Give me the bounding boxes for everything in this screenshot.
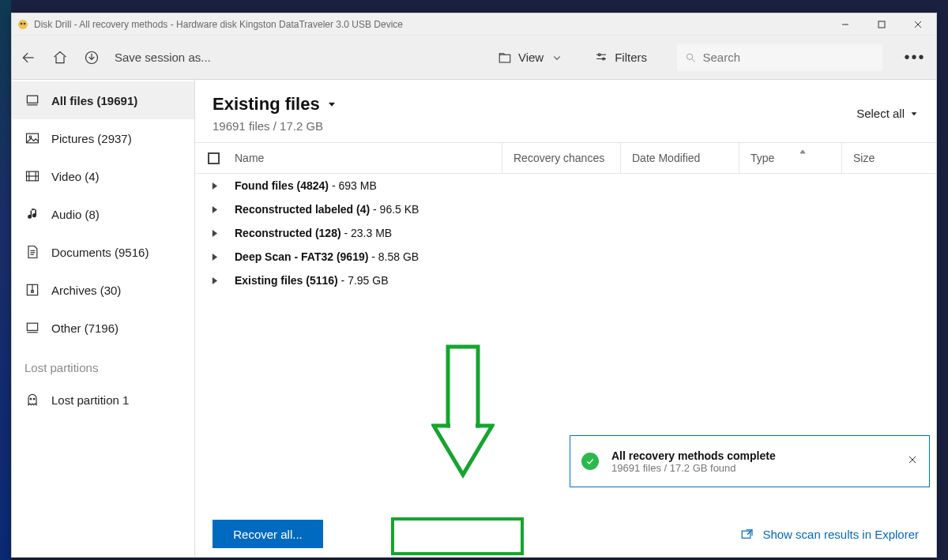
- main-panel: Existing files 19691 files / 17.2 GB Sel…: [195, 80, 936, 557]
- main-header: Existing files 19691 files / 17.2 GB Sel…: [195, 80, 936, 142]
- svg-point-0: [18, 20, 28, 29]
- document-icon: [24, 244, 40, 260]
- svg-point-1: [21, 22, 23, 24]
- chevron-down-icon: [550, 51, 564, 65]
- save-session-icon[interactable]: [83, 49, 100, 66]
- svg-point-2: [24, 22, 26, 24]
- sidebar-heading-lost-partitions: Lost partitions: [12, 347, 194, 381]
- expand-icon[interactable]: [206, 205, 222, 214]
- sidebar-item-documents[interactable]: Documents (9516): [12, 233, 194, 271]
- image-icon: [24, 130, 40, 146]
- chevron-down-icon: [326, 99, 337, 110]
- svg-rect-50: [450, 421, 476, 429]
- svg-marker-49: [434, 426, 492, 475]
- view-label: View: [518, 51, 544, 64]
- table-header: Name Recovery chances Date Modified Type…: [195, 142, 936, 174]
- svg-rect-32: [27, 323, 37, 330]
- open-external-icon: [740, 527, 754, 541]
- sidebar-item-label: Video (4): [51, 170, 100, 183]
- main-title-dropdown[interactable]: Existing files: [213, 94, 856, 115]
- table-row[interactable]: Reconstructed (128) - 23.3 MB: [195, 221, 936, 245]
- svg-rect-46: [743, 531, 751, 538]
- back-button[interactable]: [20, 49, 37, 66]
- svg-rect-48: [448, 347, 478, 426]
- column-recovery-chances[interactable]: Recovery chances: [502, 143, 620, 173]
- search-icon: [685, 51, 697, 64]
- more-menu[interactable]: •••: [901, 48, 928, 66]
- table-row[interactable]: Deep Scan - FAT32 (9619) - 8.58 GB: [195, 245, 936, 269]
- bottom-bar: Recover all... Show scan results in Expl…: [195, 511, 936, 557]
- svg-rect-18: [27, 96, 37, 103]
- table-row[interactable]: Found files (4824) - 693 MB: [195, 174, 936, 197]
- titlebar: Disk Drill - All recovery methods - Hard…: [12, 13, 936, 36]
- table-row[interactable]: Reconstructed labeled (4) - 96.5 KB: [195, 197, 936, 221]
- minimize-button[interactable]: [827, 13, 863, 35]
- annotation-arrow-icon: [431, 344, 495, 502]
- status-toast: All recovery methods complete 19691 file…: [570, 435, 930, 487]
- expand-icon[interactable]: [206, 276, 222, 285]
- table-row[interactable]: Existing files (5116) - 7.95 GB: [195, 269, 936, 292]
- column-size[interactable]: Size: [841, 143, 936, 173]
- svg-rect-10: [499, 54, 510, 62]
- save-session-button[interactable]: Save session as...: [115, 51, 211, 64]
- svg-marker-42: [212, 254, 216, 261]
- chevron-down-icon: [909, 109, 919, 118]
- sidebar-item-video[interactable]: Video (4): [12, 157, 194, 195]
- app-icon: [17, 18, 29, 31]
- stack-icon: [24, 92, 40, 108]
- status-close-button[interactable]: [907, 454, 918, 468]
- sidebar-item-label: Documents (9516): [51, 246, 149, 259]
- svg-marker-39: [212, 182, 216, 190]
- svg-marker-43: [212, 277, 216, 284]
- recover-all-button[interactable]: Recover all...: [213, 520, 323, 548]
- select-all-button[interactable]: Select all: [856, 107, 919, 120]
- select-all-checkbox[interactable]: [195, 152, 231, 164]
- filters-button[interactable]: Filters: [594, 51, 647, 65]
- svg-rect-4: [878, 21, 885, 28]
- status-title: All recovery methods complete: [611, 449, 894, 462]
- stack-icon: [24, 320, 40, 336]
- svg-point-35: [33, 398, 35, 400]
- column-type[interactable]: Type: [739, 143, 841, 173]
- sidebar-item-pictures[interactable]: Pictures (2937): [12, 119, 194, 157]
- home-button[interactable]: [51, 49, 69, 66]
- svg-marker-37: [912, 112, 916, 115]
- sidebar-item-audio[interactable]: Audio (8): [12, 195, 194, 233]
- expand-icon[interactable]: [206, 229, 222, 238]
- expand-icon[interactable]: [206, 253, 222, 261]
- ghost-icon: [24, 392, 40, 408]
- explorer-link-label: Show scan results in Explorer: [762, 528, 919, 541]
- status-detail: 19691 files / 17.2 GB found: [611, 462, 894, 474]
- view-menu[interactable]: View: [498, 51, 564, 65]
- sidebar-item-archives[interactable]: Archives (30): [12, 271, 194, 309]
- sidebar-item-label: All files (19691): [51, 94, 137, 107]
- search-box[interactable]: [677, 44, 882, 71]
- sidebar-item-label: Other (7196): [51, 321, 118, 335]
- sidebar-item-lost-partition-1[interactable]: Lost partition 1: [12, 381, 194, 419]
- sidebar: All files (19691) Pictures (2937) Video …: [12, 80, 195, 557]
- window-title: Disk Drill - All recovery methods - Hard…: [34, 19, 403, 30]
- expand-icon[interactable]: [206, 182, 222, 190]
- main-subtitle: 19691 files / 17.2 GB: [213, 119, 856, 133]
- sidebar-item-label: Lost partition 1: [51, 393, 129, 407]
- filters-label: Filters: [615, 51, 647, 64]
- sliders-icon: [594, 51, 608, 65]
- sidebar-item-all-files[interactable]: All files (19691): [12, 81, 194, 119]
- sidebar-item-other[interactable]: Other (7196): [12, 309, 194, 347]
- svg-marker-40: [212, 206, 216, 213]
- svg-point-16: [687, 54, 692, 59]
- maximize-button[interactable]: [863, 13, 900, 35]
- sidebar-item-label: Archives (30): [51, 284, 121, 297]
- svg-marker-41: [212, 230, 216, 237]
- sidebar-item-label: Audio (8): [51, 208, 100, 221]
- select-all-label: Select all: [856, 107, 905, 120]
- desktop-background: [0, 0, 11, 560]
- column-name[interactable]: Name: [231, 143, 502, 173]
- search-input[interactable]: [703, 51, 875, 64]
- svg-point-34: [30, 398, 32, 400]
- success-check-icon: [581, 453, 599, 470]
- close-button[interactable]: [900, 13, 936, 35]
- toolbar: Save session as... View Filters •••: [12, 36, 936, 80]
- show-in-explorer-link[interactable]: Show scan results in Explorer: [740, 527, 919, 541]
- column-date-modified[interactable]: Date Modified: [620, 143, 739, 173]
